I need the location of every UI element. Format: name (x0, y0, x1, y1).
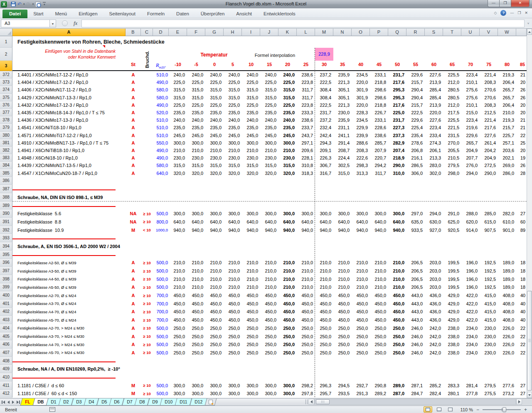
cell-value[interactable]: 250,0 (205, 350, 224, 355)
cell-value[interactable]: 250,0 (187, 342, 205, 347)
cell-bruchd[interactable]: ≥ 10 (141, 269, 153, 273)
cell-value[interactable]: 287,1 (406, 383, 425, 388)
cell-value-partial[interactable]: 27 (516, 211, 527, 216)
cell-value[interactable]: 233,1 (370, 118, 388, 123)
cell-value[interactable]: 933,5 (406, 228, 425, 233)
cell-value[interactable]: 940,0 (388, 228, 406, 233)
cell-value[interactable]: 318,3 (297, 171, 315, 176)
cell-value[interactable]: 219,6 (461, 125, 480, 130)
row-header-2[interactable]: 2 (0, 48, 12, 61)
cell-value[interactable]: 210,0 (205, 277, 224, 282)
cell-value[interactable]: 235,0 (242, 110, 260, 115)
cell-value[interactable]: 270,0 (443, 140, 461, 145)
cell-value[interactable]: 242,0 (425, 350, 443, 355)
cell-value[interactable]: 450,0 (205, 309, 224, 314)
cell-value[interactable]: 298,6 (370, 95, 388, 100)
cell-value[interactable]: 217,5 (443, 110, 461, 115)
cell-value[interactable]: 250,0 (388, 334, 406, 339)
cell-value[interactable]: 237,3 (388, 133, 406, 138)
cell-rm20[interactable]: 490,0 (153, 103, 169, 108)
cell-label[interactable]: 1.1181 / C35E / 60 ≤ d < 150 (12, 391, 126, 396)
cell-value[interactable]: 192,5 (480, 260, 498, 265)
cell-value[interactable]: 288,6 (352, 140, 370, 145)
scroll-right-icon[interactable] (516, 399, 522, 405)
cell-rm20[interactable]: 500,0 (153, 342, 169, 347)
column-header-L[interactable]: L (297, 29, 315, 36)
row-header-394[interactable]: 394 (0, 242, 12, 251)
cell-value[interactable]: 298,0 (443, 171, 461, 176)
cell-value-partial[interactable]: 18 (516, 260, 527, 265)
cell-value[interactable]: 450,0 (352, 317, 370, 322)
cell-value[interactable]: 450,0 (297, 293, 315, 298)
row-header-385[interactable]: 385 (0, 169, 12, 177)
cell-rm20[interactable]: 580,0 (153, 163, 169, 168)
cell-value-partial[interactable]: 40 (516, 317, 527, 322)
cell-value[interactable]: 300,0 (297, 211, 315, 216)
cell-value[interactable]: 206,8 (406, 148, 425, 153)
cell-st[interactable]: A (126, 118, 141, 123)
cell-value[interactable]: 298,6 (370, 87, 388, 92)
last-sheet-icon[interactable] (17, 401, 20, 404)
cell-value[interactable]: 261,4 (480, 140, 498, 145)
cell-rm20[interactable]: 510,0 (153, 125, 169, 130)
cell-value[interactable]: 246,0 (406, 342, 425, 347)
cell-value[interactable]: 300,0 (333, 211, 352, 216)
expand-formula-bar-icon[interactable]: ˅ (525, 20, 532, 27)
cell-value-partial[interactable]: 40 (516, 293, 527, 298)
name-box[interactable]: A3 (1, 20, 50, 27)
row-header-402[interactable]: 402 (0, 308, 12, 316)
cell-value[interactable]: 300,0 (205, 140, 224, 145)
cell-value[interactable]: 222,5 (406, 110, 425, 115)
workbook-restore-icon[interactable]: ❐ (517, 10, 521, 16)
cell-value[interactable]: 450,0 (187, 309, 205, 314)
cell-value[interactable]: 275,5 (480, 391, 498, 396)
cell-value[interactable]: 300,0 (352, 211, 370, 216)
horizontal-scrollbar-thumb[interactable] (316, 399, 330, 404)
cell-value[interactable]: 901,0 (498, 228, 516, 233)
cell-value[interactable]: 250,0 (370, 326, 388, 331)
cell-rm20[interactable]: 700,0 (153, 309, 169, 314)
cell-value[interactable]: 450,0 (278, 309, 297, 314)
cell-value[interactable]: 207,7 (461, 155, 480, 160)
cell-value[interactable]: 300,0 (260, 391, 278, 396)
cell-value[interactable]: 450,0 (224, 309, 242, 314)
cell-value[interactable]: 300,0 (260, 383, 278, 388)
cell-value[interactable]: 291,3 (352, 391, 370, 396)
cell-value[interactable]: 240,0 (278, 118, 297, 123)
cell-value[interactable]: 210,0 (278, 260, 297, 265)
column-header-Q[interactable]: Q (388, 29, 406, 36)
cell-value[interactable]: 293,5 (333, 391, 352, 396)
cell-value[interactable]: 226,0 (498, 342, 516, 347)
cell-rm20[interactable]: 510,0 (153, 133, 169, 138)
cell-value[interactable]: 235,0 (278, 125, 297, 130)
column-header-C[interactable]: C (141, 29, 153, 36)
cell-value[interactable]: 240,0 (169, 118, 187, 123)
row-header-396[interactable]: 396 (0, 259, 12, 267)
cell-value[interactable]: 610,0 (498, 219, 516, 224)
cell-value[interactable]: 300,0 (169, 140, 187, 145)
cell-label[interactable]: Festigkeitsklasse A4-70, Ø ≤ M24 (12, 310, 126, 314)
cell-value[interactable]: 210,0 (315, 268, 333, 273)
cell-label[interactable]: Festigkeitsklasse A2-50, Ø ≤ M39 (12, 261, 126, 265)
row-header-376[interactable]: 376 (0, 101, 12, 109)
cell-label[interactable]: Festigkeitsklasse A5-70, Ø ≤ M24 (12, 318, 126, 322)
cell-bruchd[interactable]: < 10 (141, 228, 153, 232)
cell-value[interactable]: 218,9 (388, 155, 406, 160)
maximize-button[interactable]: ❐ (500, 0, 511, 7)
cell-value[interactable]: 196,0 (461, 285, 480, 290)
cell-value[interactable]: 228,6 (370, 125, 388, 130)
cell-value[interactable]: 234,0 (461, 334, 480, 339)
cell-value[interactable]: 450,0 (297, 309, 315, 314)
cell-value[interactable]: 210,0 (242, 277, 260, 282)
cell-rm20[interactable]: 550,0 (153, 140, 169, 145)
row-header-390[interactable]: 390 (0, 209, 12, 218)
cell-value[interactable]: 229,9 (352, 125, 370, 130)
cell-value[interactable]: 221,4 (480, 118, 498, 123)
cell-value[interactable]: 940,0 (278, 228, 297, 233)
cell-value[interactable]: 206,5 (406, 285, 425, 290)
section-label[interactable]: Schraube, NA / A, DIN EN10269, Rp0,2%, ≥… (12, 366, 120, 371)
cell-value[interactable]: 250,0 (205, 334, 224, 339)
cell-value[interactable]: 199,5 (443, 277, 461, 282)
cell-value[interactable]: 315,0 (242, 163, 260, 168)
cell-value[interactable]: 450,0 (224, 301, 242, 306)
